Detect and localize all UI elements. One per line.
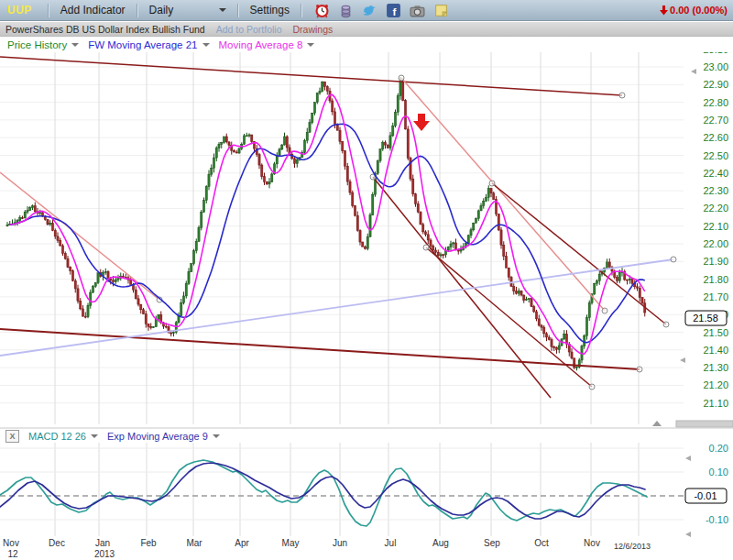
svg-text:Nov: Nov — [584, 538, 600, 548]
toolbar-divider — [301, 4, 302, 17]
trendline-handle[interactable] — [602, 308, 607, 313]
axis-arrow-icon[interactable] — [691, 69, 696, 74]
notes-icon[interactable] — [433, 3, 449, 18]
main-toolbar: UUP Add Indicator Daily Settings — [0, 0, 733, 21]
trendline-handle[interactable] — [671, 257, 676, 262]
chevron-down-icon — [307, 43, 314, 50]
alarm-clock-icon[interactable] — [314, 3, 330, 18]
chevron-down-icon — [219, 8, 226, 16]
close-macd-button[interactable]: X — [5, 430, 19, 443]
svg-text:21.10: 21.10 — [703, 398, 728, 409]
facebook-icon[interactable]: f — [386, 3, 401, 18]
fund-name: PowerShares DB US Dollar Index Bullish F… — [5, 24, 205, 35]
svg-text:21.80: 21.80 — [703, 274, 728, 285]
ma21-label: FW Moving Average 21 — [88, 39, 197, 50]
ma21-line — [10, 124, 645, 342]
indicator-ma8[interactable]: Moving Average 8 — [219, 39, 315, 50]
svg-text:22.90: 22.90 — [703, 79, 728, 90]
trendline-handle[interactable] — [423, 245, 429, 250]
chevron-down-icon — [202, 43, 210, 50]
macd-signal-label: Exp Moving Average 9 — [107, 431, 208, 442]
svg-text:21.58: 21.58 — [693, 313, 718, 324]
period-dropdown[interactable]: Daily — [149, 4, 226, 16]
svg-text:2013: 2013 — [94, 549, 115, 559]
svg-text:Feb: Feb — [140, 538, 157, 548]
macd-label: MACD 12 26 — [28, 431, 86, 442]
svg-text:Sep: Sep — [484, 538, 500, 548]
time-axis: Nov12DecJan2013FebMarAprMayJunJulAugSepO… — [3, 538, 651, 559]
svg-text:Jun: Jun — [333, 538, 347, 548]
chevron-down-icon — [71, 43, 79, 50]
svg-text:Oct: Oct — [534, 538, 549, 548]
svg-text:22.80: 22.80 — [703, 97, 728, 108]
svg-text:12: 12 — [7, 549, 18, 559]
svg-text:22.50: 22.50 — [703, 150, 728, 161]
add-indicator-button[interactable]: Add Indicator — [60, 4, 126, 16]
ma8-label: Moving Average 8 — [219, 39, 303, 50]
axis-arrow-icon[interactable] — [680, 357, 685, 363]
svg-text:22.40: 22.40 — [703, 168, 728, 179]
trading-app: 23.1023.0022.9022.8022.7022.6022.5022.40… — [0, 0, 733, 560]
trendline-handle[interactable] — [663, 322, 669, 327]
svg-text:Aug: Aug — [432, 538, 449, 548]
symbol-label: UUP — [7, 4, 32, 16]
svg-text:0.20: 0.20 — [709, 443, 728, 454]
add-to-portfolio-link[interactable]: Add to Portfolio — [216, 24, 282, 35]
trendline-handle[interactable] — [589, 384, 595, 390]
chevron-down-icon — [213, 434, 220, 442]
down-arrow-annotation[interactable] — [413, 114, 430, 131]
price-history-label: Price History — [7, 39, 67, 50]
quote-change-value: 0.00 (0.00%) — [670, 5, 728, 16]
svg-text:21.90: 21.90 — [703, 256, 728, 267]
indicator-price-history[interactable]: Price History — [7, 39, 79, 50]
indicator-ma21[interactable]: FW Moving Average 21 — [88, 39, 209, 50]
svg-text:f: f — [393, 5, 397, 16]
svg-text:22.60: 22.60 — [703, 132, 728, 143]
svg-text:Mar: Mar — [186, 538, 202, 548]
scrollbar-piece[interactable] — [676, 421, 733, 427]
svg-text:22.30: 22.30 — [703, 185, 728, 196]
trendline[interactable] — [401, 78, 605, 311]
svg-text:22.20: 22.20 — [703, 203, 728, 214]
svg-text:21.40: 21.40 — [703, 345, 728, 356]
drawings-link[interactable]: Drawings — [292, 24, 333, 35]
coins-icon[interactable] — [338, 3, 354, 18]
macd-panel: 0.200.10-0.10-0.01 — [0, 443, 728, 537]
down-arrow-icon — [660, 5, 668, 16]
indicator-macd-signal[interactable]: Exp Moving Average 9 — [107, 431, 220, 442]
svg-text:22.70: 22.70 — [703, 115, 728, 126]
svg-text:Dec: Dec — [49, 538, 65, 548]
trendline[interactable] — [492, 183, 666, 324]
chart-canvas[interactable]: 23.1023.0022.9022.8022.7022.6022.5022.40… — [0, 0, 733, 560]
settings-button[interactable]: Settings — [250, 4, 290, 16]
indicator-macd[interactable]: MACD 12 26 — [28, 431, 98, 442]
svg-text:Jan: Jan — [95, 538, 110, 548]
svg-text:Nov: Nov — [3, 538, 19, 548]
svg-text:22.10: 22.10 — [703, 221, 728, 232]
trendline-handle[interactable] — [399, 75, 404, 81]
axis-arrow-icon[interactable] — [685, 532, 691, 537]
symbol-subbar: PowerShares DB US Dollar Index Bullish F… — [0, 22, 733, 37]
gridlines — [0, 49, 684, 536]
camera-icon[interactable] — [410, 3, 425, 18]
trendline-handle[interactable] — [619, 93, 625, 98]
toolbar-divider — [48, 4, 49, 17]
trendline-handle[interactable] — [637, 367, 642, 372]
toolbar-divider — [137, 4, 138, 17]
svg-text:23.00: 23.00 — [703, 61, 728, 72]
trendline-drawings[interactable] — [0, 57, 676, 398]
trendline[interactable] — [0, 57, 622, 95]
svg-text:21.70: 21.70 — [703, 291, 728, 302]
trendline[interactable] — [0, 172, 159, 300]
trendline-handle[interactable] — [489, 181, 495, 186]
chevron-down-icon — [91, 434, 98, 442]
axis-arrow-icon[interactable] — [685, 456, 691, 461]
svg-text:12/6/2013: 12/6/2013 — [614, 542, 651, 551]
expand-arrow-icon[interactable] — [652, 421, 662, 426]
svg-text:22.00: 22.00 — [703, 238, 728, 249]
price-axis: 23.1023.0022.9022.8022.7022.6022.5022.40… — [680, 44, 728, 409]
toolbar-icons: f — [314, 3, 449, 18]
period-value: Daily — [149, 4, 174, 16]
svg-text:21.20: 21.20 — [703, 379, 728, 390]
twitter-icon[interactable] — [362, 3, 377, 18]
